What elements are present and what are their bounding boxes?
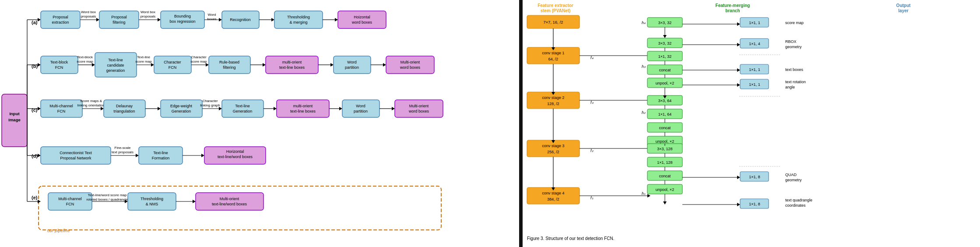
svg-rect-116 <box>342 100 379 117</box>
svg-marker-63 <box>206 63 209 67</box>
svg-text:Image: Image <box>8 117 20 122</box>
svg-text:Bounding: Bounding <box>174 14 191 18</box>
svg-text:word boxes: word boxes <box>351 20 372 25</box>
svg-text:text boxes: text boxes <box>785 67 804 72</box>
svg-text:text quadrangle: text quadrangle <box>785 198 812 202</box>
svg-text:Feature-merging: Feature-merging <box>715 3 750 8</box>
svg-text:proposals: proposals <box>141 14 156 18</box>
fcn-structure-panel: Feature extractor stem (PVANet) Feature-… <box>523 0 980 247</box>
svg-rect-32 <box>274 11 323 28</box>
svg-text:& merging: & merging <box>289 20 307 25</box>
svg-text:1×1, 4: 1×1, 4 <box>749 42 760 46</box>
svg-text:Rule-based: Rule-based <box>219 60 239 64</box>
svg-marker-115 <box>339 107 342 110</box>
svg-marker-43 <box>38 63 41 67</box>
svg-rect-87 <box>41 100 82 117</box>
svg-marker-267 <box>737 83 740 87</box>
svg-marker-25 <box>219 18 222 21</box>
svg-text:Connectionist Text: Connectionist Text <box>60 151 92 155</box>
svg-text:Formation: Formation <box>152 156 170 160</box>
svg-marker-160 <box>193 200 196 203</box>
svg-text:box regression: box regression <box>169 19 195 24</box>
svg-marker-70 <box>263 63 266 67</box>
svg-rect-59 <box>154 56 191 74</box>
svg-marker-279 <box>737 203 740 206</box>
svg-text:layer: layer <box>898 8 908 13</box>
svg-text:geometry: geometry <box>785 45 802 49</box>
svg-text:coordinates: coordinates <box>785 203 806 208</box>
svg-text:(b): (b) <box>32 64 38 69</box>
svg-text:RBOX: RBOX <box>785 39 797 44</box>
svg-marker-132 <box>136 154 139 157</box>
svg-text:Hoizontal: Hoizontal <box>354 15 370 19</box>
svg-text:Edge-weight: Edge-weight <box>170 104 193 108</box>
svg-text:geometry: geometry <box>785 178 802 182</box>
svg-text:Multi-orient: Multi-orient <box>400 60 420 64</box>
svg-text:unpool, ×2: unpool, ×2 <box>656 139 674 144</box>
svg-text:3×3, 32: 3×3, 32 <box>658 41 671 46</box>
svg-rect-14 <box>99 11 139 28</box>
svg-text:conv stage 2: conv stage 2 <box>542 95 564 100</box>
svg-text:QUAD: QUAD <box>785 173 797 177</box>
svg-text:Thresholding: Thresholding <box>141 197 163 201</box>
svg-text:3×3, 128: 3×3, 128 <box>657 147 672 151</box>
svg-marker-80 <box>383 63 386 67</box>
svg-rect-106 <box>222 100 263 117</box>
svg-text:Proposal Network: Proposal Network <box>60 156 91 160</box>
svg-text:stem (PVANet): stem (PVANet) <box>540 8 570 13</box>
svg-text:1×1, 1: 1×1, 1 <box>749 67 760 72</box>
svg-text:f₁: f₁ <box>590 196 594 200</box>
svg-text:h₄: h₄ <box>642 21 646 25</box>
svg-text:Generation: Generation <box>233 109 253 113</box>
svg-text:text-line boxes: text-line boxes <box>290 109 316 113</box>
svg-text:word boxes: word boxes <box>408 109 429 113</box>
svg-text:3×3, 32: 3×3, 32 <box>658 21 671 25</box>
svg-text:extraction: extraction <box>52 20 69 25</box>
svg-text:text-line boxes: text-line boxes <box>279 65 305 70</box>
svg-text:angle: angle <box>785 85 795 89</box>
svg-text:word boxes: word boxes <box>400 65 421 70</box>
svg-text:Text-block: Text-block <box>50 60 68 64</box>
svg-text:triangulation: triangulation <box>113 109 135 113</box>
svg-rect-28 <box>222 11 259 28</box>
svg-rect-128 <box>41 147 111 164</box>
svg-text:concat: concat <box>659 126 671 130</box>
svg-text:generation: generation <box>106 68 125 73</box>
svg-rect-37 <box>338 11 386 28</box>
svg-marker-251 <box>737 22 740 26</box>
svg-text:1×1, 64: 1×1, 64 <box>658 112 671 116</box>
svg-text:& NMS: & NMS <box>146 202 158 206</box>
svg-rect-81 <box>386 56 434 74</box>
svg-text:Word: Word <box>347 60 356 64</box>
svg-text:Input: Input <box>9 111 20 116</box>
svg-text:text-line/word boxes: text-line/word boxes <box>218 155 253 159</box>
svg-text:Character: Character <box>191 55 206 59</box>
svg-text:candidate: candidate <box>107 63 124 67</box>
svg-text:1×1, 8: 1×1, 8 <box>749 175 760 179</box>
svg-text:FCN: FCN <box>169 65 177 70</box>
svg-text:multi-orient: multi-orient <box>293 104 313 108</box>
svg-text:Delaunay: Delaunay <box>116 104 133 108</box>
svg-rect-144 <box>39 186 441 230</box>
svg-marker-273 <box>737 176 740 179</box>
svg-rect-44 <box>41 56 78 74</box>
svg-text:h₁: h₁ <box>642 191 646 196</box>
svg-marker-148 <box>38 200 41 203</box>
svg-text:linking graph: linking graph <box>200 103 220 107</box>
svg-text:our pipeline: our pipeline <box>47 228 70 233</box>
svg-rect-51 <box>95 53 137 77</box>
svg-text:rotated boxes / quadrangle: rotated boxes / quadrangle <box>86 198 128 201</box>
vertical-divider <box>519 0 523 247</box>
svg-text:Horizontal: Horizontal <box>226 149 244 154</box>
svg-marker-203 <box>647 194 650 198</box>
svg-text:7×7, 16, /2: 7×7, 16, /2 <box>543 20 563 25</box>
svg-text:(e): (e) <box>32 195 38 200</box>
svg-text:3×3, 64: 3×3, 64 <box>658 99 671 103</box>
svg-text:Thresholding: Thresholding <box>287 15 310 19</box>
svg-marker-120 <box>392 107 395 110</box>
svg-text:f₄: f₄ <box>590 56 594 60</box>
svg-text:score map: score map <box>135 60 152 64</box>
svg-text:score map: score map <box>77 60 93 64</box>
svg-text:Output: Output <box>896 3 910 8</box>
svg-rect-161 <box>196 193 263 210</box>
